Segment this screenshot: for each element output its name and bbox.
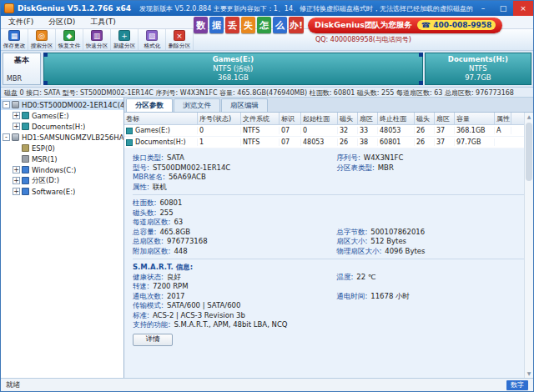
update-notice-link[interactable]: 发现新版本 V5.2.0.884 主要更新内容如下：1、14、修正转换虚拟磁盘格… bbox=[139, 4, 473, 13]
partition-icon bbox=[22, 144, 29, 152]
promo-qq-text: QQ: 4000089958(与电话同号) bbox=[315, 35, 531, 44]
table-row[interactable]: Documents(H:)1NTFS0748053263860801263797… bbox=[124, 137, 524, 148]
tab-2[interactable]: 扇区编辑 bbox=[221, 98, 268, 112]
promo-phone: ☎ 400-008-9958 bbox=[417, 20, 496, 30]
promo-tile: 怎 bbox=[257, 17, 271, 33]
recover-files-label: 恢复文件 bbox=[58, 42, 81, 50]
menu-item-1[interactable]: 分区(D) bbox=[41, 16, 83, 28]
tree-item-label: Games(E:) bbox=[32, 112, 69, 120]
detail-value: ACS-2 | ACS-3 Revision 3b bbox=[153, 311, 245, 319]
tree-item-6[interactable]: +Windows(C:) bbox=[1, 164, 123, 175]
quick-partition-label: 快速分区 bbox=[86, 42, 108, 50]
promo-tile: 么 bbox=[273, 17, 287, 33]
tree-item-label: HD1:SAMSUNGMZVLB256HAHQ-00000(23 bbox=[22, 133, 123, 142]
tab-1[interactable]: 浏览文件 bbox=[174, 98, 220, 112]
tree-item-3[interactable]: -HD1:SAMSUNGMZVLB256HAHQ-00000(23 bbox=[1, 132, 123, 143]
promo-team-box[interactable]: DiskGenius团队为您服务 ☎ 400-008-9958 bbox=[308, 18, 502, 33]
detail-value: 2017 bbox=[167, 292, 185, 300]
volume-label: Documents(H:) bbox=[135, 138, 186, 146]
detail-value: 11678 小时 bbox=[370, 292, 410, 300]
tree-item-8[interactable]: +Software(E:) bbox=[1, 186, 123, 197]
search-partition-label: 搜索分区 bbox=[31, 42, 53, 50]
recover-files-button[interactable]: ◆恢复文件 bbox=[56, 29, 83, 50]
promo-slogan-tiles: 数据丢失怎么办! bbox=[194, 17, 304, 33]
scroll-up-icon[interactable]: ▲ bbox=[525, 113, 533, 121]
tree-item-label: MSR(1) bbox=[32, 155, 58, 163]
app-icon bbox=[4, 3, 14, 13]
partition-block-1[interactable]: Documents(H:)NTFS97.7GB bbox=[425, 53, 531, 85]
detail-value: 56A69ACB bbox=[169, 173, 206, 181]
status-right: 数字 bbox=[506, 380, 528, 390]
search-partition-button[interactable]: ◎搜索分区 bbox=[28, 29, 56, 50]
detail-label: 序列号: bbox=[336, 153, 360, 162]
disk-graph: 基本 MBR Games(E:)NTFS (活动)368.1GBDocument… bbox=[1, 51, 533, 88]
tree-item-4[interactable]: ESP(0) bbox=[1, 143, 123, 153]
format-button[interactable]: ▧格式化 bbox=[139, 29, 166, 50]
detail-row: 磁头数:255 bbox=[133, 209, 525, 219]
tree-item-1[interactable]: +Games(E:) bbox=[1, 110, 123, 121]
menu-item-0[interactable]: 文件(F) bbox=[1, 16, 41, 28]
partition-block-0[interactable]: Games(E:)NTFS (活动)368.1GB bbox=[43, 53, 423, 85]
scrollbar-thumb[interactable] bbox=[526, 123, 532, 181]
detail-value: S.M.A.R.T., APM, 48bit LBA, NCQ bbox=[174, 320, 287, 329]
expand-icon[interactable]: + bbox=[13, 188, 20, 195]
disk-icon bbox=[12, 101, 19, 108]
detail-label: 接口类型: bbox=[133, 153, 164, 162]
detail-label: 通电时间: bbox=[336, 292, 367, 300]
detail-value: SATA/600 | SATA/600 bbox=[167, 301, 241, 309]
detail-value: 465.8GB bbox=[159, 228, 190, 236]
collapse-icon[interactable]: - bbox=[3, 133, 10, 141]
tree-item-7[interactable]: +分区(D:) bbox=[1, 175, 123, 186]
close-button[interactable]: × bbox=[513, 1, 533, 16]
detail-value: 4096 Bytes bbox=[385, 247, 425, 255]
expand-icon[interactable]: + bbox=[13, 177, 20, 184]
num-lock-indicator: 数字 bbox=[506, 380, 528, 390]
tree-item-0[interactable]: -HD0:ST500DM002-1ER14C(466GB) bbox=[1, 99, 123, 110]
collapse-icon[interactable]: - bbox=[3, 101, 10, 108]
detail-label: 支持的功能: bbox=[133, 320, 170, 329]
menu-item-2[interactable]: 工具(T) bbox=[83, 16, 123, 28]
detail-value: 255 bbox=[159, 209, 173, 217]
scrollbar[interactable]: ▲ ▼ bbox=[524, 113, 533, 378]
detail-row: 型号:ST500DM002-1ER14C分区表类型:MBR bbox=[133, 163, 525, 173]
detail-label: 属性: bbox=[133, 183, 149, 191]
selection-handle bbox=[419, 53, 423, 57]
smart-detail-button[interactable]: 详情 bbox=[133, 334, 173, 346]
save-changes-button[interactable]: ▦保存更改 bbox=[1, 29, 28, 50]
partition-name: Documents(H:) bbox=[426, 55, 531, 64]
detail-value: ST500DM002-1ER14C bbox=[153, 163, 230, 172]
detail-row: 通电次数:2017通电时间:11678 小时 bbox=[133, 292, 525, 302]
maximize-button[interactable]: □ bbox=[493, 1, 513, 16]
quick-partition-button[interactable]: ▥快速分区 bbox=[83, 29, 111, 50]
tree-item-5[interactable]: MSR(1) bbox=[1, 153, 123, 164]
minimize-button[interactable]: – bbox=[473, 1, 493, 16]
expand-icon[interactable]: + bbox=[13, 166, 20, 173]
column-header: 扇区 bbox=[435, 113, 455, 124]
promo-banner[interactable]: 数据丢失怎么办! DiskGenius团队为您服务 ☎ 400-008-9958… bbox=[194, 17, 531, 51]
detail-value: MBR bbox=[378, 163, 394, 172]
expand-icon[interactable]: + bbox=[13, 112, 20, 119]
promo-tile: 数 bbox=[194, 17, 208, 33]
new-partition-button[interactable]: +新建分区 bbox=[111, 29, 139, 50]
tab-0[interactable]: 分区参数 bbox=[126, 98, 173, 112]
tree-item-label: Documents(H:) bbox=[32, 123, 85, 131]
table-row[interactable]: Games(E:)0NTFS0703233480532637368.1GBA bbox=[124, 125, 524, 137]
detail-value: 良好 bbox=[167, 273, 181, 281]
partition-icon bbox=[22, 155, 29, 163]
promo-tile: 失 bbox=[241, 17, 255, 33]
diskgenius-window: DiskGenius V5.1.2.766 x64 发现新版本 V5.2.0.8… bbox=[0, 0, 534, 392]
detail-label: MBR签名: bbox=[133, 173, 165, 181]
delete-partition-button[interactable]: ×删除分区 bbox=[166, 29, 194, 50]
selection-handle bbox=[43, 53, 48, 57]
expand-icon[interactable]: + bbox=[13, 123, 20, 130]
scroll-down-icon[interactable]: ▼ bbox=[525, 369, 533, 378]
detail-label: 扇区大小: bbox=[336, 237, 367, 245]
search-partition-icon: ◎ bbox=[36, 30, 48, 41]
tree-item-2[interactable]: +Documents(H:) bbox=[1, 121, 123, 132]
new-partition-label: 新建分区 bbox=[113, 42, 136, 50]
disk-info-line: 磁盘 0 接口: SATA 型号: ST500DM002-1ER14C 序列号:… bbox=[1, 88, 533, 98]
disk-type-box[interactable]: 基本 MBR bbox=[3, 53, 41, 85]
partition-icon bbox=[22, 112, 29, 119]
detail-label: 型号: bbox=[133, 163, 149, 172]
tree-item-label: HD0:ST500DM002-1ER14C(466GB) bbox=[22, 101, 123, 109]
